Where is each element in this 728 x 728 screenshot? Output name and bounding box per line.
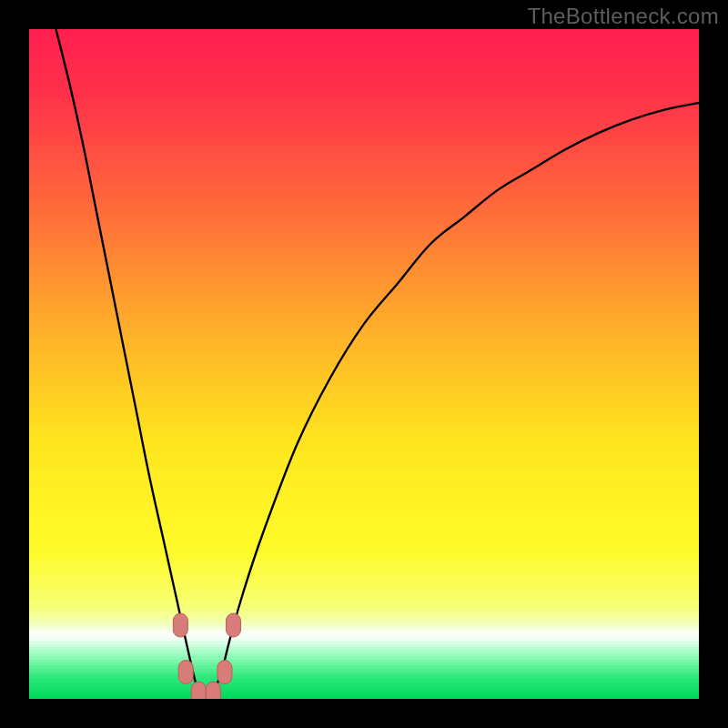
curve-marker	[173, 613, 187, 637]
plot-area	[29, 29, 699, 699]
curve-marker	[191, 682, 206, 699]
curve-marker	[217, 661, 232, 684]
chart-frame: TheBottleneck.com	[0, 0, 728, 728]
curve-marker	[178, 661, 193, 684]
curve-layer	[29, 29, 699, 699]
bottleneck-curve	[56, 29, 699, 699]
curve-markers	[173, 613, 240, 699]
curve-marker	[226, 613, 240, 637]
curve-marker	[206, 682, 220, 699]
watermark-text: TheBottleneck.com	[527, 4, 719, 29]
